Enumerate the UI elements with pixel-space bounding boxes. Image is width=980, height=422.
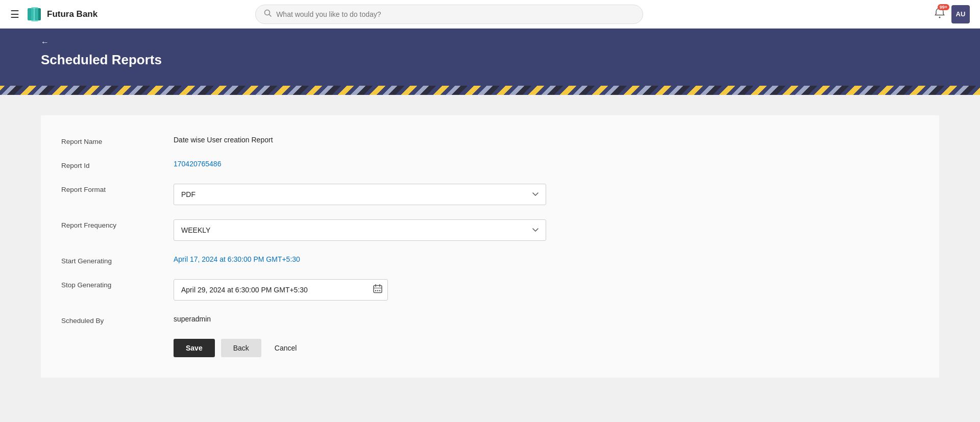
report-name-row: Report Name Date wise User creation Repo… bbox=[61, 136, 919, 145]
scheduled-by-value: superadmin bbox=[174, 315, 919, 323]
stop-generating-input-wrap bbox=[174, 279, 388, 301]
report-id-label: Report Id bbox=[61, 160, 174, 169]
report-format-label: Report Format bbox=[61, 184, 174, 193]
brand-logo: Futura Bank bbox=[27, 6, 97, 22]
notification-bell[interactable]: 99+ bbox=[934, 7, 945, 21]
main-content: Report Name Date wise User creation Repo… bbox=[0, 95, 980, 398]
report-frequency-select[interactable]: DAILY WEEKLY MONTHLY bbox=[174, 219, 546, 241]
report-id-value: 170420765486 bbox=[174, 160, 919, 168]
scheduled-by-label: Scheduled By bbox=[61, 315, 174, 325]
report-format-select[interactable]: PDF XLS CSV bbox=[174, 184, 546, 205]
top-navigation: ☰ Futura Bank 99+ AU bbox=[0, 0, 980, 29]
form-card: Report Name Date wise User creation Repo… bbox=[41, 115, 939, 378]
notification-badge: 99+ bbox=[938, 4, 949, 10]
user-avatar[interactable]: AU bbox=[951, 5, 970, 23]
back-arrow-icon: ← bbox=[41, 38, 49, 47]
report-format-field: PDF XLS CSV bbox=[174, 184, 919, 205]
report-frequency-row: Report Frequency DAILY WEEKLY MONTHLY bbox=[61, 219, 919, 241]
report-format-row: Report Format PDF XLS CSV bbox=[61, 184, 919, 205]
avatar-initials: AU bbox=[956, 10, 966, 18]
stop-generating-label: Stop Generating bbox=[61, 279, 174, 289]
svg-point-5 bbox=[939, 17, 941, 18]
back-button[interactable]: Back bbox=[221, 339, 261, 357]
svg-rect-2 bbox=[31, 7, 38, 21]
start-generating-label: Start Generating bbox=[61, 255, 174, 265]
topnav-right: 99+ AU bbox=[934, 5, 970, 23]
scheduled-by-row: Scheduled By superadmin bbox=[61, 315, 919, 325]
svg-point-10 bbox=[377, 290, 378, 291]
start-generating-value: April 17, 2024 at 6:30:00 PM GMT+5:30 bbox=[174, 255, 919, 263]
page-header: ← Scheduled Reports bbox=[0, 29, 980, 95]
form-actions: Save Back Cancel bbox=[174, 339, 919, 357]
report-id-row: Report Id 170420765486 bbox=[61, 160, 919, 169]
search-icon bbox=[264, 9, 272, 19]
cancel-button[interactable]: Cancel bbox=[267, 339, 304, 357]
brand-name: Futura Bank bbox=[47, 9, 97, 19]
svg-point-11 bbox=[375, 290, 376, 291]
page-title: Scheduled Reports bbox=[41, 52, 939, 68]
svg-rect-6 bbox=[374, 286, 382, 293]
hamburger-menu-icon[interactable]: ☰ bbox=[10, 8, 19, 20]
search-input[interactable] bbox=[276, 10, 634, 18]
brand-icon-svg bbox=[27, 6, 43, 22]
start-generating-row: Start Generating April 17, 2024 at 6:30:… bbox=[61, 255, 919, 265]
svg-point-12 bbox=[379, 290, 380, 291]
report-frequency-label: Report Frequency bbox=[61, 219, 174, 229]
save-button[interactable]: Save bbox=[174, 339, 215, 357]
stop-generating-field bbox=[174, 279, 919, 301]
calendar-icon[interactable] bbox=[373, 284, 383, 296]
search-bar[interactable] bbox=[255, 5, 643, 24]
stop-generating-input[interactable] bbox=[174, 279, 388, 301]
stop-generating-row: Stop Generating bbox=[61, 279, 919, 301]
report-frequency-field: DAILY WEEKLY MONTHLY bbox=[174, 219, 919, 241]
report-name-value: Date wise User creation Report bbox=[174, 136, 919, 144]
svg-line-4 bbox=[270, 14, 272, 16]
report-name-label: Report Name bbox=[61, 136, 174, 145]
back-arrow-link[interactable]: ← bbox=[41, 38, 49, 47]
